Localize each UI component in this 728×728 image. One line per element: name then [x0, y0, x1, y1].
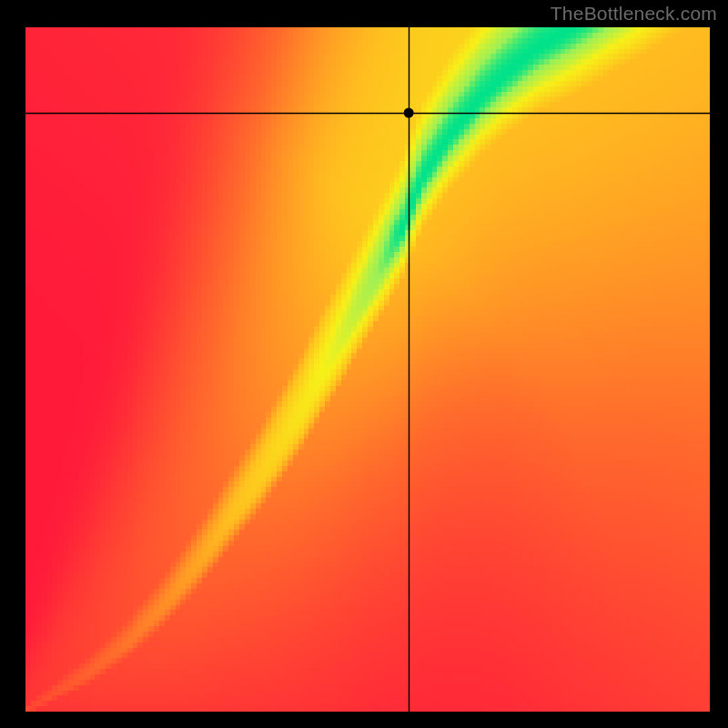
- chart-frame: TheBottleneck.com: [0, 0, 728, 728]
- plot-area: [25, 27, 710, 712]
- heatmap-canvas: [25, 27, 710, 712]
- watermark-text: TheBottleneck.com: [551, 3, 717, 25]
